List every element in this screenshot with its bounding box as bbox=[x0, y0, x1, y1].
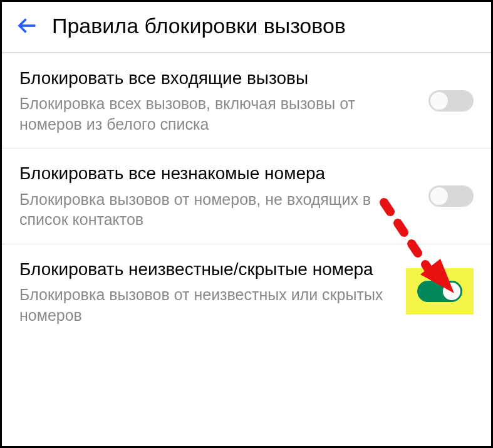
setting-description: Блокировка вызовов от номеров, не входящ… bbox=[19, 189, 416, 230]
setting-description: Блокировка вызовов от неизвестных или ск… bbox=[19, 284, 393, 325]
setting-title: Блокировать неизвестные/скрытые номера bbox=[19, 258, 393, 281]
setting-block-all-incoming[interactable]: Блокировать все входящие вызовы Блокиров… bbox=[2, 53, 491, 148]
setting-description: Блокировка всех вызовов, включая вызовы … bbox=[19, 93, 416, 134]
arrow-left-icon bbox=[16, 14, 38, 37]
setting-text: Блокировать все входящие вызовы Блокиров… bbox=[19, 67, 428, 134]
setting-text: Блокировать неизвестные/скрытые номера Б… bbox=[19, 258, 406, 325]
toggle-block-unknown-numbers[interactable] bbox=[428, 185, 474, 207]
settings-list: Блокировать все входящие вызовы Блокиров… bbox=[2, 53, 491, 339]
toggle-knob bbox=[443, 283, 460, 300]
toggle-block-all-incoming[interactable] bbox=[428, 90, 474, 112]
toggle-knob bbox=[430, 92, 448, 110]
page-title: Правила блокировки вызовов bbox=[52, 14, 346, 38]
toggle-knob bbox=[430, 187, 448, 205]
setting-title: Блокировать все незнакомые номера bbox=[19, 162, 416, 185]
toggle-block-hidden-numbers[interactable] bbox=[417, 281, 462, 302]
setting-block-hidden-numbers[interactable]: Блокировать неизвестные/скрытые номера Б… bbox=[2, 244, 491, 339]
back-button[interactable] bbox=[14, 13, 39, 38]
setting-block-unknown-numbers[interactable]: Блокировать все незнакомые номера Блокир… bbox=[2, 148, 491, 244]
setting-title: Блокировать все входящие вызовы bbox=[19, 67, 416, 90]
header: Правила блокировки вызовов bbox=[2, 2, 491, 53]
setting-text: Блокировать все незнакомые номера Блокир… bbox=[19, 162, 428, 229]
